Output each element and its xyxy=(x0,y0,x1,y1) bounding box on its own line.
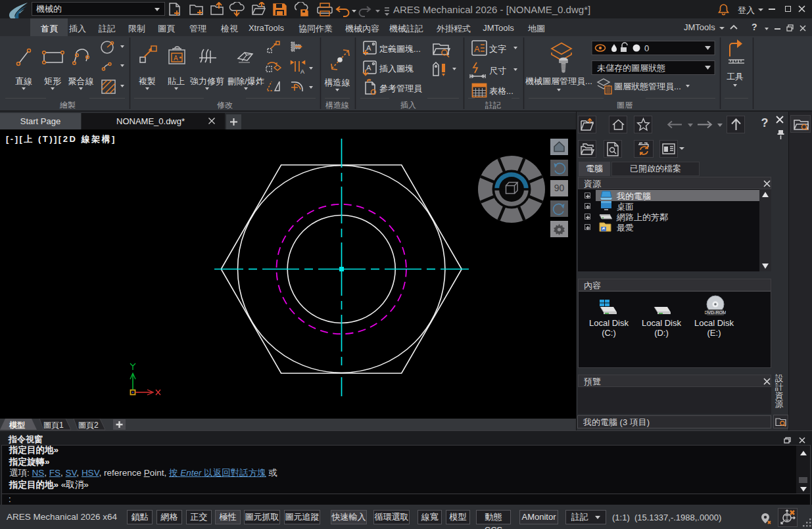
svg-text:A: A xyxy=(366,64,371,72)
svg-text:A: A xyxy=(174,55,178,62)
svg-text:A: A xyxy=(300,68,304,75)
svg-text:A: A xyxy=(474,44,480,54)
svg-text:DVD-ROM: DVD-ROM xyxy=(705,310,726,315)
svg-text:A: A xyxy=(366,44,371,52)
svg-text:0: 0 xyxy=(644,43,649,53)
